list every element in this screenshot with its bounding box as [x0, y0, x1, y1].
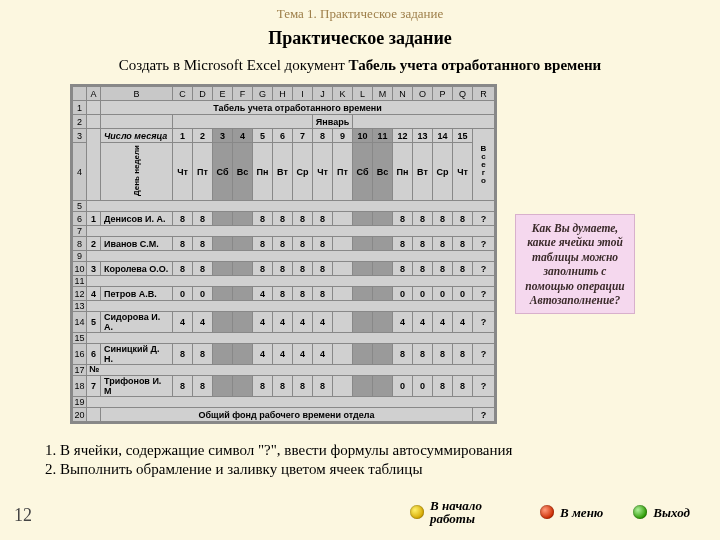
nav-menu[interactable]: В меню	[540, 505, 603, 519]
task-list: В ячейки, содержащие символ "?", ввести …	[35, 442, 690, 478]
subtitle-bold: Табель учета отработанного времени	[349, 57, 602, 73]
nav-exit[interactable]: Выход	[633, 505, 690, 519]
nav-exit-label: Выход	[653, 506, 690, 520]
nav-menu-label: В меню	[560, 506, 603, 520]
nav-start[interactable]: В начало работы	[410, 499, 510, 526]
task-item: В ячейки, содержащие символ "?", ввести …	[60, 442, 690, 459]
excel-screenshot: ABCDEFGHIJKLMNOPQR1Табель учета отработа…	[70, 84, 497, 424]
subtitle-pre: Создать в Microsoft Excel документ	[119, 57, 349, 73]
task-item: Выполнить обрамление и заливку цветом яч…	[60, 461, 690, 478]
subtitle: Создать в Microsoft Excel документ Табел…	[30, 57, 690, 74]
bullet-icon	[410, 505, 424, 519]
nav-start-label: В начало работы	[430, 499, 510, 526]
nav-bar: В начало работы В меню Выход	[410, 499, 690, 526]
page-number: 12	[14, 505, 32, 526]
page-title: Практическое задание	[0, 28, 720, 49]
topic-label: Тема 1. Практическое задание	[0, 0, 720, 22]
bullet-icon	[540, 505, 554, 519]
bullet-icon	[633, 505, 647, 519]
callout-box: Как Вы думаете, какие ячейки этой таблиц…	[515, 214, 635, 314]
